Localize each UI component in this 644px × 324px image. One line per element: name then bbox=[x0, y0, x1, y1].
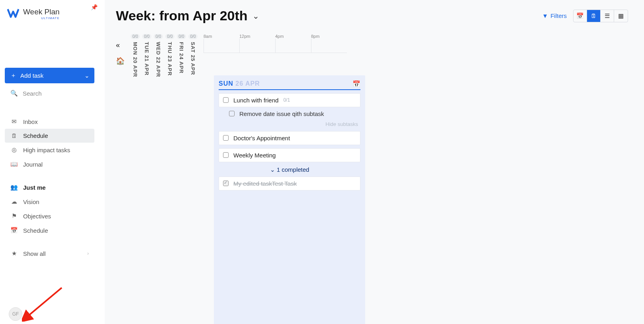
filters-button[interactable]: ▼ Filters bbox=[538, 10, 571, 22]
annotation-arrow bbox=[22, 286, 66, 323]
nav-primary: ✉ Inbox 🗓 Schedule ◎ High impact tasks 📖… bbox=[5, 114, 100, 261]
day-tab-thu[interactable]: 0/0 THU 23 APR bbox=[165, 34, 175, 77]
task-item-completed[interactable]: My edited taskTest Task bbox=[219, 177, 360, 190]
plus-icon: ＋ bbox=[10, 72, 16, 79]
checkbox-checked[interactable] bbox=[223, 181, 229, 186]
pin-icon[interactable]: 📌 bbox=[91, 4, 98, 10]
prev-week-icon[interactable]: « bbox=[116, 41, 125, 49]
logo-icon bbox=[7, 8, 19, 22]
sidebar-item-objectives[interactable]: ⚑ Objectives bbox=[5, 209, 94, 223]
sidebar-item-show-all[interactable]: ★ Show all › bbox=[5, 246, 94, 261]
page-title: Week: from Apr 20th bbox=[116, 8, 248, 24]
search-input[interactable]: 🔍 Search bbox=[5, 86, 94, 101]
svg-line-0 bbox=[25, 288, 62, 318]
sidebar-item-journal[interactable]: 📖 Journal bbox=[5, 157, 94, 171]
sidebar-item-high-impact[interactable]: ◎ High impact tasks bbox=[5, 143, 94, 157]
sidebar-item-label: Schedule bbox=[23, 227, 48, 234]
sidebar: Week Plan ULTIMATE 📌 ＋ Add task ⌄ 🔍 Sear… bbox=[0, 0, 105, 324]
home-icon[interactable]: 🏠 bbox=[116, 57, 125, 65]
day-label: MON 20 APR bbox=[130, 41, 140, 79]
task-title: Weekly Meeting bbox=[233, 152, 276, 159]
filter-icon: ▼ bbox=[542, 12, 548, 19]
sidebar-item-label: Show all bbox=[23, 250, 46, 257]
view-calendar[interactable]: 📅 bbox=[574, 10, 587, 22]
day-tab-mon[interactable]: 0/0 MON 20 APR bbox=[130, 34, 140, 79]
time-tick: 8pm bbox=[311, 34, 347, 39]
target-icon: ◎ bbox=[10, 146, 18, 153]
timeline: 8am 12pm 4pm 8pm bbox=[204, 34, 347, 53]
day-count: 0/0 bbox=[154, 34, 163, 39]
timeline-track[interactable] bbox=[204, 39, 347, 53]
day-label: WED 22 APR bbox=[153, 41, 163, 79]
hide-subtasks-link[interactable]: Hide subtasks bbox=[219, 119, 360, 131]
day-panel: SUN 26 APR 📅 Lunch with friend 0/1 Remov… bbox=[214, 75, 365, 324]
task-title: Doctor's Appointment bbox=[233, 135, 290, 141]
calendar-grid-icon: 📅 bbox=[576, 12, 584, 20]
chevron-down-icon: ⌄ bbox=[84, 72, 90, 79]
cloud-icon: ☁ bbox=[10, 198, 18, 205]
task-item[interactable]: Lunch with friend 0/1 bbox=[219, 93, 360, 107]
day-tab-fri[interactable]: 0/0 FRI 24 APR bbox=[176, 34, 186, 75]
avatar[interactable]: GF bbox=[9, 307, 22, 321]
app-tier: ULTIMATE bbox=[23, 16, 60, 20]
week-selector[interactable]: Week: from Apr 20th ⌄ bbox=[116, 8, 259, 24]
time-tick: 12pm bbox=[239, 34, 275, 39]
chevron-down-icon: ⌄ bbox=[270, 166, 275, 173]
grid-icon: ▦ bbox=[618, 12, 624, 20]
main-content: Week: from Apr 20th ⌄ ▼ Filters 📅 🗓 ☰ ▦ … bbox=[105, 0, 644, 324]
app-logo[interactable]: Week Plan ULTIMATE bbox=[5, 5, 100, 24]
subtask-title: Remove date issue qith subtask bbox=[239, 110, 324, 117]
time-tick: 4pm bbox=[275, 34, 311, 39]
checkbox[interactable] bbox=[223, 135, 229, 141]
day-label: FRI 24 APR bbox=[176, 41, 186, 75]
completed-label: 1 completed bbox=[277, 166, 309, 173]
checkbox[interactable] bbox=[223, 97, 229, 103]
day-tab-tue[interactable]: 0/0 TUE 21 APR bbox=[142, 34, 152, 77]
day-label: TUE 21 APR bbox=[142, 41, 152, 77]
add-task-label: Add task bbox=[20, 72, 43, 79]
add-task-button[interactable]: ＋ Add task ⌄ bbox=[5, 68, 94, 83]
inbox-icon: ✉ bbox=[10, 118, 18, 125]
checkbox[interactable] bbox=[229, 111, 235, 116]
calendar-check-icon: 🗓 bbox=[10, 132, 18, 139]
subtask-item[interactable]: Remove date issue qith subtask bbox=[219, 107, 360, 119]
calendar-check-icon: 🗓 bbox=[591, 12, 597, 19]
sidebar-item-schedule-2[interactable]: 📅 Schedule bbox=[5, 223, 94, 238]
sidebar-item-label: Vision bbox=[23, 198, 39, 205]
task-item[interactable]: Weekly Meeting bbox=[219, 148, 360, 162]
view-switcher: 📅 🗓 ☰ ▦ bbox=[573, 10, 628, 22]
day-panel-header: SUN 26 APR 📅 bbox=[219, 80, 360, 90]
week-nav: « 🏠 bbox=[116, 41, 125, 65]
day-name: SUN bbox=[219, 80, 233, 87]
day-tab-sat[interactable]: 0/0 SAT 25 APR bbox=[188, 34, 198, 77]
day-count: 0/0 bbox=[177, 34, 186, 39]
header-actions: ▼ Filters 📅 🗓 ☰ ▦ bbox=[538, 10, 628, 22]
calendar-add-icon[interactable]: 📅 bbox=[352, 80, 360, 88]
completed-toggle[interactable]: ⌄ 1 completed bbox=[219, 162, 360, 177]
star-icon: ★ bbox=[10, 250, 18, 257]
time-tick: 8am bbox=[204, 34, 239, 39]
chevron-right-icon: › bbox=[87, 251, 89, 256]
sidebar-item-label: Objectives bbox=[23, 213, 51, 220]
sidebar-item-label: Journal bbox=[23, 161, 43, 168]
task-item[interactable]: Doctor's Appointment bbox=[219, 131, 360, 145]
day-count: 0/0 bbox=[131, 34, 140, 39]
list-icon: ☰ bbox=[605, 12, 610, 20]
day-tab-wed[interactable]: 0/0 WED 22 APR bbox=[153, 34, 163, 79]
task-title: Lunch with friend bbox=[233, 97, 278, 104]
sidebar-item-schedule[interactable]: 🗓 Schedule bbox=[5, 129, 94, 143]
checkbox[interactable] bbox=[223, 152, 229, 158]
filters-label: Filters bbox=[550, 12, 567, 19]
sidebar-item-just-me[interactable]: 👥 Just me bbox=[5, 180, 94, 194]
day-date: 26 APR bbox=[235, 80, 260, 87]
view-board[interactable]: ▦ bbox=[614, 10, 628, 22]
sidebar-item-label: Schedule bbox=[23, 132, 48, 139]
sidebar-item-vision[interactable]: ☁ Vision bbox=[5, 194, 94, 209]
sidebar-item-label: Just me bbox=[23, 184, 46, 191]
view-schedule[interactable]: 🗓 bbox=[587, 10, 601, 22]
sidebar-item-inbox[interactable]: ✉ Inbox bbox=[5, 114, 94, 129]
chevron-down-icon: ⌄ bbox=[253, 11, 259, 21]
view-list[interactable]: ☰ bbox=[601, 10, 614, 22]
task-title: My edited taskTest Task bbox=[233, 180, 297, 187]
app-name: Week Plan bbox=[23, 8, 60, 16]
